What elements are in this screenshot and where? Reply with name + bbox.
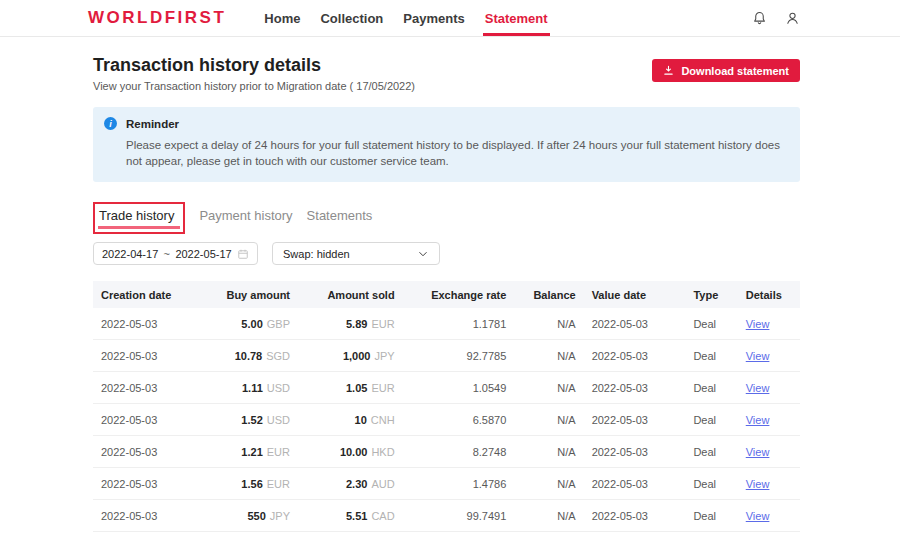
col-header-creation-date: Creation date: [93, 289, 205, 301]
table-row: 2022-05-03 1.21EUR 10.00HKD 8.2748 N/A 2…: [93, 436, 800, 468]
buy-amount-value: 1.52: [241, 414, 262, 426]
cell-value-date: 2022-05-03: [584, 414, 686, 426]
tab-payment-history[interactable]: Payment history: [199, 202, 292, 223]
table-header-row: Creation date Buy amount Amount sold Exc…: [93, 281, 800, 308]
main-nav: Home Collection Payments Statement: [262, 0, 549, 36]
sold-amount-value: 5.89: [346, 318, 367, 330]
tab-trade-history[interactable]: Trade history: [93, 202, 185, 234]
view-details-link[interactable]: View: [746, 318, 770, 330]
page-content: Transaction history details View your Tr…: [93, 55, 800, 536]
sold-currency-code: CNH: [371, 414, 395, 426]
title-row: Transaction history details View your Tr…: [93, 55, 800, 92]
reminder-title: Reminder: [126, 118, 179, 130]
cell-type: Deal: [685, 350, 737, 362]
cell-balance: N/A: [514, 414, 583, 426]
filters-row: 2022-04-17 ~ 2022-05-17 Swap: hidden: [93, 242, 800, 265]
cell-type: Deal: [685, 414, 737, 426]
reminder-banner: i Reminder Please expect a delay of 24 h…: [93, 107, 800, 182]
buy-amount-value: 1.11: [242, 382, 263, 394]
view-details-link[interactable]: View: [746, 446, 770, 458]
cell-buy-amount: 1.21EUR: [205, 446, 298, 458]
sold-amount-value: 5.51: [346, 510, 367, 522]
calendar-icon: [237, 248, 249, 260]
nav-item-collection[interactable]: Collection: [318, 0, 385, 36]
sold-currency-code: CAD: [371, 510, 394, 522]
tabs: Trade history Payment history Statements: [93, 202, 800, 234]
cell-buy-amount: 1.11USD: [205, 382, 298, 394]
table-row: 2022-05-03 1.52USD 10CNH 6.5870 N/A 2022…: [93, 404, 800, 436]
cell-type: Deal: [685, 446, 737, 458]
table-row: 2022-05-03 1.56EUR 2.30AUD 1.4786 N/A 20…: [93, 468, 800, 500]
swap-filter-select[interactable]: Swap: hidden: [272, 242, 440, 265]
view-details-link[interactable]: View: [746, 414, 770, 426]
nav-item-statement[interactable]: Statement: [483, 0, 550, 36]
reminder-header: i Reminder: [104, 117, 782, 130]
cell-details: View: [738, 510, 800, 522]
bell-icon[interactable]: [751, 10, 767, 26]
buy-amount-value: 1.56: [241, 478, 262, 490]
cell-exchange-rate: 99.7491: [403, 510, 515, 522]
cell-buy-amount: 550JPY: [205, 510, 298, 522]
view-details-link[interactable]: View: [746, 510, 770, 522]
buy-currency-code: SGD: [266, 350, 290, 362]
table-body: 2022-05-03 5.00GBP 5.89EUR 1.1781 N/A 20…: [93, 308, 800, 536]
sold-currency-code: EUR: [371, 382, 394, 394]
col-header-details: Details: [738, 289, 800, 301]
cell-buy-amount: 10.78SGD: [205, 350, 298, 362]
view-details-link[interactable]: View: [746, 478, 770, 490]
sold-currency-code: AUD: [371, 478, 394, 490]
buy-currency-code: EUR: [267, 478, 290, 490]
sold-currency-code: HKD: [371, 446, 394, 458]
nav-item-home[interactable]: Home: [262, 0, 302, 36]
cell-value-date: 2022-05-03: [584, 478, 686, 490]
cell-balance: N/A: [514, 350, 583, 362]
buy-amount-value: 10.78: [235, 350, 263, 362]
cell-amount-sold: 1.05EUR: [298, 382, 403, 394]
cell-value-date: 2022-05-03: [584, 318, 686, 330]
date-from-value: 2022-04-17: [102, 248, 158, 260]
nav-item-payments[interactable]: Payments: [401, 0, 466, 36]
sold-amount-value: 1.05: [346, 382, 367, 394]
buy-currency-code: GBP: [267, 318, 290, 330]
reminder-body: Please expect a delay of 24 hours for yo…: [126, 137, 782, 169]
cell-exchange-rate: 6.5870: [403, 414, 515, 426]
table-row: 2022-05-03 550JPY 5.51CAD 99.7491 N/A 20…: [93, 500, 800, 532]
cell-balance: N/A: [514, 478, 583, 490]
cell-exchange-rate: 1.0549: [403, 382, 515, 394]
cell-details: View: [738, 382, 800, 394]
download-button-label: Download statement: [681, 65, 789, 77]
cell-creation-date: 2022-05-03: [93, 318, 205, 330]
user-icon[interactable]: [784, 10, 800, 26]
cell-amount-sold: 5.89EUR: [298, 318, 403, 330]
cell-value-date: 2022-05-03: [584, 382, 686, 394]
cell-details: View: [738, 318, 800, 330]
cell-amount-sold: 1,000JPY: [298, 350, 403, 362]
col-header-type: Type: [685, 289, 737, 301]
download-statement-button[interactable]: Download statement: [652, 59, 800, 82]
cell-creation-date: 2022-05-03: [93, 510, 205, 522]
cell-details: View: [738, 446, 800, 458]
view-details-link[interactable]: View: [746, 350, 770, 362]
cell-exchange-rate: 1.1781: [403, 318, 515, 330]
swap-selected-value: Swap: hidden: [283, 248, 350, 260]
tab-statements[interactable]: Statements: [307, 202, 373, 223]
cell-creation-date: 2022-05-03: [93, 350, 205, 362]
cell-buy-amount: 1.56EUR: [205, 478, 298, 490]
cell-value-date: 2022-05-03: [584, 350, 686, 362]
view-details-link[interactable]: View: [746, 382, 770, 394]
cell-type: Deal: [685, 318, 737, 330]
col-header-buy-amount: Buy amount: [205, 289, 298, 301]
col-header-exchange-rate: Exchange rate: [403, 289, 515, 301]
cell-buy-amount: 5.00GBP: [205, 318, 298, 330]
cell-type: Deal: [685, 510, 737, 522]
buy-amount-value: 5.00: [241, 318, 262, 330]
date-range-picker[interactable]: 2022-04-17 ~ 2022-05-17: [93, 242, 258, 265]
brand-logo[interactable]: WORLDFIRST: [88, 8, 226, 28]
cell-buy-amount: 1.52USD: [205, 414, 298, 426]
download-icon: [663, 65, 674, 76]
cell-value-date: 2022-05-03: [584, 510, 686, 522]
cell-balance: N/A: [514, 510, 583, 522]
table-row: 2022-05-03 1.11USD 1.05EUR 1.0549 N/A 20…: [93, 372, 800, 404]
info-icon: i: [104, 117, 117, 130]
cell-amount-sold: 10.00HKD: [298, 446, 403, 458]
